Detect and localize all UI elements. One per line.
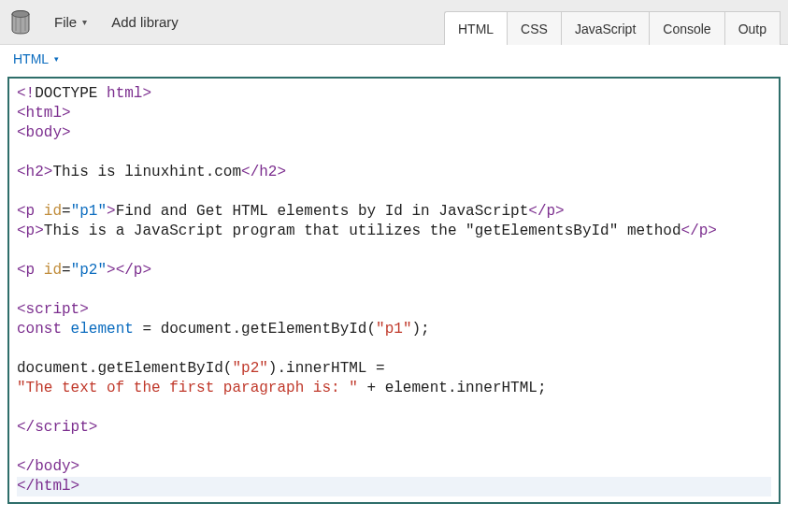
caret-down-icon: ▾	[82, 17, 87, 27]
code-token: <p>	[17, 223, 44, 239]
code-token: "p1"	[71, 203, 107, 220]
code-token: html	[97, 85, 142, 102]
top-toolbar: File ▾ Add library HTML CSS JavaScript C…	[0, 0, 788, 45]
code-token: </scr	[17, 419, 62, 436]
code-token: </p>	[116, 262, 151, 279]
panel-tabs: HTML CSS JavaScript Console Outp	[444, 0, 781, 44]
code-token: >	[107, 262, 116, 279]
html-mode-label: HTML	[13, 51, 49, 66]
code-token: <body>	[17, 124, 71, 141]
code-token: </p>	[528, 203, 564, 220]
code-token: </h2>	[241, 164, 286, 180]
file-menu-label: File	[54, 14, 77, 30]
editor-sub-toolbar: HTML ▾	[0, 45, 788, 73]
jsbin-logo-icon[interactable]	[7, 9, 34, 36]
svg-point-1	[12, 10, 29, 17]
tab-output[interactable]: Outp	[724, 11, 781, 45]
code-token: ipt>	[62, 419, 97, 436]
code-token	[35, 262, 44, 279]
tab-html-label: HTML	[458, 22, 494, 36]
code-token: >	[107, 203, 116, 220]
code-token: id	[44, 203, 62, 220]
code-token: =	[62, 203, 71, 220]
code-token: <!	[17, 85, 35, 102]
code-token: This is linuxhint.com	[52, 164, 241, 180]
tab-console[interactable]: Console	[649, 11, 724, 45]
tab-output-label: Outp	[738, 22, 767, 36]
add-library-label: Add library	[111, 14, 179, 30]
code-editor[interactable]: <!DOCTYPE html> <html> <body> <h2>This i…	[7, 77, 781, 504]
code-token: <p	[17, 262, 35, 279]
code-token: Find and Get HTML elements by Id in Java…	[116, 203, 529, 220]
code-token: const	[17, 321, 62, 338]
code-token: );	[411, 321, 429, 338]
code-token: DOCTYPE	[35, 85, 97, 102]
code-token: "p2"	[232, 360, 267, 377]
tab-javascript-label: JavaScript	[575, 22, 636, 36]
tab-css[interactable]: CSS	[507, 11, 561, 45]
code-token: "p2"	[71, 262, 107, 279]
code-token: ).innerHTML =	[268, 360, 385, 377]
code-token: document.getElementById(	[17, 360, 232, 377]
current-line: </html>	[17, 477, 771, 496]
code-token: <html>	[17, 105, 71, 122]
add-library-button[interactable]: Add library	[100, 8, 190, 36]
code-token: </p>	[681, 223, 717, 239]
file-menu[interactable]: File ▾	[45, 8, 96, 36]
code-token: =	[62, 262, 71, 279]
code-token: "p1"	[376, 321, 411, 338]
caret-down-icon: ▾	[54, 54, 59, 64]
code-token: <script>	[17, 301, 89, 318]
tab-css-label: CSS	[521, 22, 548, 36]
code-token: "The text of the first paragraph is: "	[17, 380, 358, 396]
code-token: = document.getElementById(	[134, 321, 376, 338]
code-token: <h2>	[17, 164, 52, 180]
code-token: This is a JavaScript program that utiliz…	[44, 223, 681, 239]
tab-html[interactable]: HTML	[444, 11, 507, 45]
html-mode-dropdown[interactable]: HTML ▾	[9, 48, 63, 70]
code-token: element	[62, 321, 134, 338]
tab-javascript[interactable]: JavaScript	[561, 11, 649, 45]
code-token: >	[142, 85, 151, 102]
code-token: </body>	[17, 458, 79, 475]
code-token: id	[44, 262, 62, 279]
code-token	[35, 203, 44, 220]
code-token: </html>	[17, 478, 79, 495]
tab-console-label: Console	[663, 22, 710, 36]
code-token: + element.innerHTML;	[358, 380, 547, 396]
code-token: <p	[17, 203, 35, 220]
